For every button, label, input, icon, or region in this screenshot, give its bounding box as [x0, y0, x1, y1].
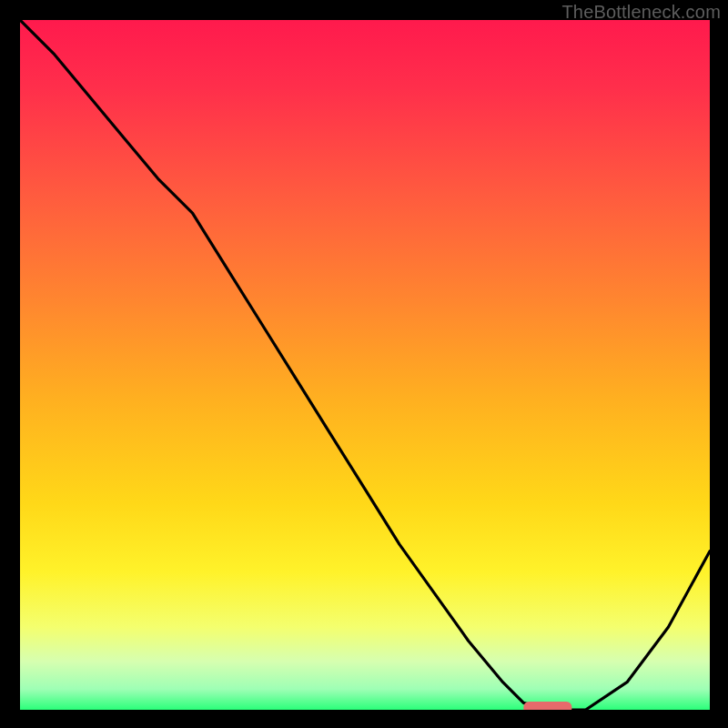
- plot-area: [20, 20, 710, 710]
- minimum-marker: [523, 702, 571, 710]
- chart-frame: TheBottleneck.com: [0, 0, 728, 728]
- gradient-background: [20, 20, 710, 710]
- chart-svg: [20, 20, 710, 710]
